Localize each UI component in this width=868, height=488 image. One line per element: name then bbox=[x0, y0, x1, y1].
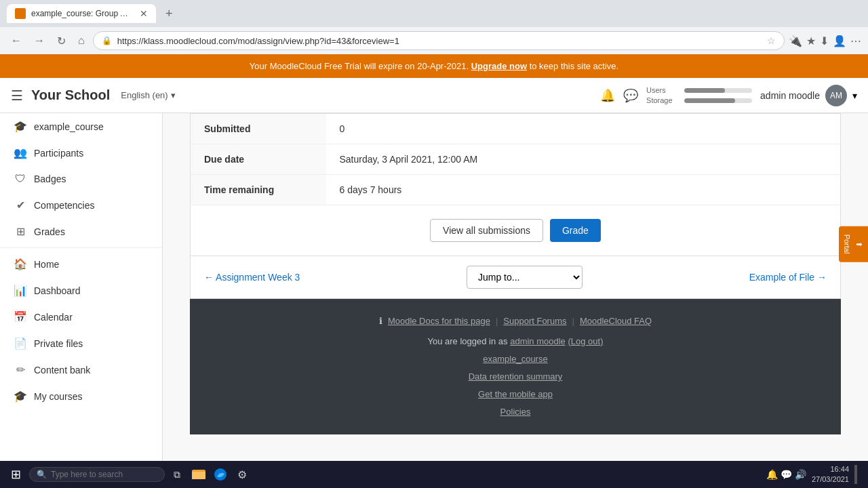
content-bank-icon: ✏ bbox=[14, 363, 27, 376]
lang-chevron: ▾ bbox=[171, 90, 176, 100]
sidebar-item-competencies[interactable]: ✔ Competencies bbox=[0, 192, 162, 218]
tab-title: example_course: Group Assignm... bbox=[31, 9, 132, 18]
start-button[interactable]: ⊞ bbox=[5, 464, 26, 479]
url-text: https://klass.moodlecloud.com/mod/assign… bbox=[117, 36, 762, 46]
footer-user-link[interactable]: admin moodle bbox=[510, 336, 566, 346]
jump-to-container: Jump to... Assignment Week 3 Example of … bbox=[467, 266, 583, 289]
view-all-submissions-button[interactable]: View all submissions bbox=[430, 219, 543, 242]
notifications-icon[interactable]: 🔔 bbox=[600, 88, 615, 103]
banner-text-after: to keep this site active. bbox=[530, 61, 619, 71]
user-name: admin moodle bbox=[760, 90, 820, 101]
due-date-label: Due date bbox=[191, 144, 326, 175]
browser-chrome: example_course: Group Assignm... ✕ + ← →… bbox=[0, 0, 868, 54]
home-button[interactable]: ⌂ bbox=[74, 32, 89, 49]
address-bar[interactable]: 🔒 https://klass.moodlecloud.com/mod/assi… bbox=[93, 31, 785, 50]
users-label: Users bbox=[646, 86, 680, 94]
moodlecloud-faq-link[interactable]: MoodleCloud FAQ bbox=[580, 312, 652, 330]
tab-favicon bbox=[15, 8, 26, 19]
mobile-app-link[interactable]: Get the mobile app bbox=[478, 389, 553, 399]
sidebar-item-label: example_course bbox=[34, 121, 104, 132]
taskbar-search-input[interactable] bbox=[51, 470, 146, 479]
language-selector[interactable]: English (en) ▾ bbox=[121, 90, 175, 100]
sidebar-item-calendar[interactable]: 📅 Calendar bbox=[0, 304, 162, 330]
show-desktop-button[interactable] bbox=[854, 465, 857, 479]
sidebar-item-label: Calendar bbox=[34, 312, 73, 323]
task-view-button[interactable]: ⧉ bbox=[167, 465, 186, 479]
taskbar-search[interactable]: 🔍 bbox=[29, 467, 165, 479]
submitted-row: Submitted 0 bbox=[191, 114, 841, 144]
new-tab-button[interactable]: + bbox=[161, 7, 177, 21]
sidebar-item-example-course[interactable]: 🎓 example_course bbox=[0, 113, 162, 140]
footer-sep-2: | bbox=[572, 312, 574, 330]
sidebar-item-label: Private files bbox=[34, 338, 83, 349]
extensions-icon[interactable]: 🔌 bbox=[789, 35, 802, 47]
sidebar-item-badges[interactable]: 🛡 Badges bbox=[0, 166, 162, 192]
portal-badge[interactable]: ⬆ Portal bbox=[839, 226, 868, 262]
sidebar-item-grades[interactable]: ⊞ Grades bbox=[0, 218, 162, 245]
home-icon: 🏠 bbox=[14, 258, 27, 270]
sidebar-item-private-files[interactable]: 📄 Private files bbox=[0, 330, 162, 357]
support-forums-link[interactable]: Support Forums bbox=[503, 312, 566, 330]
file-explorer-icon[interactable] bbox=[189, 465, 208, 479]
banner-text-before: Your MoodleCloud Free Trial will expire … bbox=[250, 61, 469, 71]
portal-label: Portal bbox=[843, 235, 851, 254]
participants-icon: 👥 bbox=[14, 146, 27, 159]
sidebar-item-label: Home bbox=[34, 259, 59, 270]
submitted-value: 0 bbox=[326, 114, 841, 144]
taskbar-date-display: 27/03/2021 bbox=[812, 474, 849, 479]
sidebar-item-label: Content bank bbox=[34, 365, 90, 375]
sidebar-item-participants[interactable]: 👥 Participants bbox=[0, 140, 162, 166]
users-usage-row: Users bbox=[646, 86, 752, 94]
bookmark-icon: ☆ bbox=[767, 35, 776, 46]
users-fill bbox=[684, 88, 725, 93]
sidebar-item-home[interactable]: 🏠 Home bbox=[0, 251, 162, 277]
svg-rect-1 bbox=[192, 472, 205, 479]
grade-button[interactable]: Grade bbox=[550, 219, 601, 242]
user-info[interactable]: admin moodle AM ▾ bbox=[760, 85, 857, 106]
sidebar-item-label: Participants bbox=[34, 148, 83, 159]
next-link[interactable]: Example of File → bbox=[749, 272, 827, 283]
hamburger-menu[interactable]: ☰ bbox=[11, 87, 23, 104]
policies-link[interactable]: Policies bbox=[500, 407, 531, 417]
browser-tab[interactable]: example_course: Group Assignm... ✕ bbox=[7, 4, 156, 23]
info-icon: ℹ bbox=[379, 312, 382, 330]
calendar-icon: 📅 bbox=[14, 310, 27, 323]
forward-button[interactable]: → bbox=[30, 32, 49, 49]
upgrade-link[interactable]: Upgrade now bbox=[471, 61, 527, 71]
main-layout: 🎓 example_course 👥 Participants 🛡 Badges… bbox=[0, 113, 868, 479]
content-inner: Submitted 0 Due date Saturday, 3 April 2… bbox=[190, 113, 841, 434]
nav-row: ← Assignment Week 3 Jump to... Assignmen… bbox=[190, 256, 841, 299]
footer-links: ℹ Moodle Docs for this page | Support Fo… bbox=[203, 312, 827, 330]
edge-icon[interactable] bbox=[211, 465, 230, 479]
sidebar-item-my-courses[interactable]: 🎓 My courses bbox=[0, 383, 162, 409]
menu-icon[interactable]: ⋯ bbox=[850, 35, 861, 47]
settings-icon[interactable]: ⚙ bbox=[233, 465, 252, 479]
moodle-docs-link[interactable]: Moodle Docs for this page bbox=[388, 312, 490, 330]
logout-link[interactable]: (Log out) bbox=[568, 336, 603, 346]
sidebar-item-content-bank[interactable]: ✏ Content bank bbox=[0, 357, 162, 383]
download-icon[interactable]: ⬇ bbox=[820, 35, 829, 47]
profile-icon[interactable]: 👤 bbox=[833, 35, 846, 47]
prev-nav: ← Assignment Week 3 bbox=[204, 272, 300, 283]
private-files-icon: 📄 bbox=[14, 337, 27, 350]
sidebar-item-dashboard[interactable]: 📊 Dashboard bbox=[0, 277, 162, 304]
taskbar-tray: 🔔 💬 🔊 16:44 27/03/2021 bbox=[761, 464, 863, 479]
reload-button[interactable]: ↻ bbox=[53, 32, 70, 50]
logged-in-text: You are logged in as bbox=[427, 336, 507, 346]
messages-icon[interactable]: 💬 bbox=[623, 88, 638, 103]
tab-close-button[interactable]: ✕ bbox=[140, 8, 148, 19]
jump-to-select[interactable]: Jump to... Assignment Week 3 Example of … bbox=[467, 266, 583, 289]
back-button[interactable]: ← bbox=[7, 32, 26, 49]
footer: ℹ Moodle Docs for this page | Support Fo… bbox=[190, 299, 841, 434]
time-remaining-label: Time remaining bbox=[191, 175, 326, 205]
footer-course-link[interactable]: example_course bbox=[483, 354, 547, 364]
due-date-row: Due date Saturday, 3 April 2021, 12:00 A… bbox=[191, 144, 841, 175]
favorites-icon[interactable]: ★ bbox=[806, 35, 816, 47]
footer-login-info: You are logged in as admin moodle (Log o… bbox=[203, 333, 827, 350]
grades-icon: ⊞ bbox=[14, 225, 27, 238]
data-retention-link[interactable]: Data retention summary bbox=[469, 371, 563, 382]
browser-actions: 🔌 ★ ⬇ 👤 ⋯ bbox=[789, 35, 861, 47]
site-name: Your School bbox=[31, 87, 110, 103]
prev-link[interactable]: ← Assignment Week 3 bbox=[204, 272, 300, 283]
top-nav: ☰ Your School English (en) ▾ 🔔 💬 Users S… bbox=[0, 78, 868, 113]
